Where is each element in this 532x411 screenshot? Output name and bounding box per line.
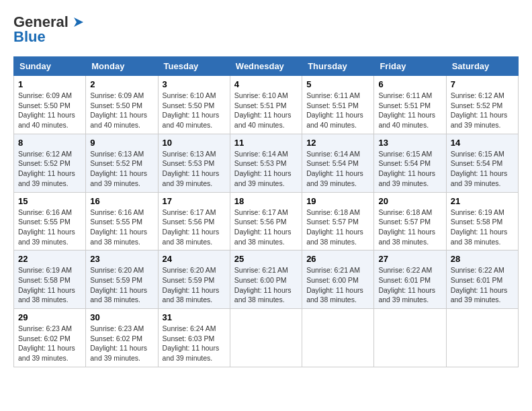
logo: General Blue <box>13 13 86 46</box>
calendar-cell <box>302 309 374 367</box>
day-info: Sunrise: 6:17 AMSunset: 5:56 PMDaylight:… <box>234 208 292 246</box>
day-info: Sunrise: 6:21 AMSunset: 6:00 PMDaylight:… <box>234 266 292 304</box>
day-number: 8 <box>18 138 81 148</box>
day-number: 23 <box>90 254 153 264</box>
day-number: 18 <box>234 196 298 206</box>
page-header: General Blue <box>13 13 519 46</box>
day-number: 20 <box>378 196 441 206</box>
day-info: Sunrise: 6:18 AMSunset: 5:57 PMDaylight:… <box>306 208 363 246</box>
calendar-cell: 9 Sunrise: 6:13 AMSunset: 5:52 PMDayligh… <box>86 134 158 192</box>
day-number: 25 <box>234 254 298 264</box>
day-number: 11 <box>234 138 298 148</box>
day-info: Sunrise: 6:20 AMSunset: 5:59 PMDaylight:… <box>90 266 147 304</box>
calendar-cell: 30 Sunrise: 6:23 AMSunset: 6:02 PMDaylig… <box>86 309 158 367</box>
weekday-header-sunday: Sunday <box>14 57 86 76</box>
day-info: Sunrise: 6:14 AMSunset: 5:53 PMDaylight:… <box>234 150 292 187</box>
day-info: Sunrise: 6:23 AMSunset: 6:02 PMDaylight:… <box>90 324 147 362</box>
calendar-cell: 12 Sunrise: 6:14 AMSunset: 5:54 PMDaylig… <box>302 134 374 192</box>
weekday-header-tuesday: Tuesday <box>158 57 230 76</box>
calendar-week-1: 1 Sunrise: 6:09 AMSunset: 5:50 PMDayligh… <box>14 76 519 134</box>
day-info: Sunrise: 6:12 AMSunset: 5:52 PMDaylight:… <box>18 150 75 187</box>
day-info: Sunrise: 6:11 AMSunset: 5:51 PMDaylight:… <box>378 91 435 129</box>
calendar-cell: 4 Sunrise: 6:10 AMSunset: 5:51 PMDayligh… <box>230 76 302 134</box>
calendar-cell: 19 Sunrise: 6:18 AMSunset: 5:57 PMDaylig… <box>302 192 374 250</box>
day-number: 17 <box>163 196 226 206</box>
calendar-cell: 28 Sunrise: 6:22 AMSunset: 6:01 PMDaylig… <box>446 250 518 309</box>
day-number: 12 <box>306 138 369 148</box>
calendar-cell: 1 Sunrise: 6:09 AMSunset: 5:50 PMDayligh… <box>14 76 86 134</box>
day-number: 10 <box>163 138 226 148</box>
calendar-cell: 13 Sunrise: 6:15 AMSunset: 5:54 PMDaylig… <box>374 134 446 192</box>
calendar-cell: 6 Sunrise: 6:11 AMSunset: 5:51 PMDayligh… <box>374 76 446 134</box>
day-info: Sunrise: 6:21 AMSunset: 6:00 PMDaylight:… <box>306 266 363 304</box>
day-number: 31 <box>163 312 226 322</box>
day-info: Sunrise: 6:09 AMSunset: 5:50 PMDaylight:… <box>90 91 147 129</box>
day-info: Sunrise: 6:23 AMSunset: 6:02 PMDaylight:… <box>18 324 75 362</box>
day-info: Sunrise: 6:15 AMSunset: 5:54 PMDaylight:… <box>451 150 508 187</box>
calendar-cell <box>230 309 302 367</box>
day-info: Sunrise: 6:10 AMSunset: 5:51 PMDaylight:… <box>234 91 292 129</box>
calendar-cell: 10 Sunrise: 6:13 AMSunset: 5:53 PMDaylig… <box>158 134 230 192</box>
calendar-cell: 8 Sunrise: 6:12 AMSunset: 5:52 PMDayligh… <box>14 134 86 192</box>
calendar-cell <box>446 309 518 367</box>
day-number: 22 <box>18 254 81 264</box>
day-info: Sunrise: 6:19 AMSunset: 5:58 PMDaylight:… <box>451 208 508 246</box>
day-info: Sunrise: 6:22 AMSunset: 6:01 PMDaylight:… <box>451 266 508 304</box>
calendar-cell: 27 Sunrise: 6:22 AMSunset: 6:01 PMDaylig… <box>374 250 446 309</box>
weekday-header-wednesday: Wednesday <box>230 57 302 76</box>
calendar-table: SundayMondayTuesdayWednesdayThursdayFrid… <box>13 56 519 367</box>
day-info: Sunrise: 6:13 AMSunset: 5:52 PMDaylight:… <box>90 150 147 187</box>
day-info: Sunrise: 6:12 AMSunset: 5:52 PMDaylight:… <box>451 91 508 129</box>
calendar-week-2: 8 Sunrise: 6:12 AMSunset: 5:52 PMDayligh… <box>14 134 519 192</box>
day-number: 16 <box>90 196 153 206</box>
weekday-header-saturday: Saturday <box>446 57 518 76</box>
calendar-cell: 7 Sunrise: 6:12 AMSunset: 5:52 PMDayligh… <box>446 76 518 134</box>
calendar-cell: 17 Sunrise: 6:17 AMSunset: 5:56 PMDaylig… <box>158 192 230 250</box>
calendar-cell: 16 Sunrise: 6:16 AMSunset: 5:55 PMDaylig… <box>86 192 158 250</box>
calendar-cell: 23 Sunrise: 6:20 AMSunset: 5:59 PMDaylig… <box>86 250 158 309</box>
calendar-cell: 24 Sunrise: 6:20 AMSunset: 5:59 PMDaylig… <box>158 250 230 309</box>
weekday-header-thursday: Thursday <box>302 57 374 76</box>
day-info: Sunrise: 6:16 AMSunset: 5:55 PMDaylight:… <box>90 208 147 246</box>
weekday-header-friday: Friday <box>374 57 446 76</box>
day-info: Sunrise: 6:17 AMSunset: 5:56 PMDaylight:… <box>163 208 220 246</box>
day-number: 27 <box>378 254 441 264</box>
day-info: Sunrise: 6:11 AMSunset: 5:51 PMDaylight:… <box>306 91 363 129</box>
day-info: Sunrise: 6:20 AMSunset: 5:59 PMDaylight:… <box>163 266 220 304</box>
day-info: Sunrise: 6:24 AMSunset: 6:03 PMDaylight:… <box>163 324 220 362</box>
day-info: Sunrise: 6:10 AMSunset: 5:50 PMDaylight:… <box>163 91 220 129</box>
svg-marker-0 <box>74 17 83 27</box>
calendar-cell: 22 Sunrise: 6:19 AMSunset: 5:58 PMDaylig… <box>14 250 86 309</box>
day-info: Sunrise: 6:14 AMSunset: 5:54 PMDaylight:… <box>306 150 363 187</box>
calendar-cell <box>374 309 446 367</box>
calendar-cell: 14 Sunrise: 6:15 AMSunset: 5:54 PMDaylig… <box>446 134 518 192</box>
day-number: 9 <box>90 138 153 148</box>
calendar-cell: 26 Sunrise: 6:21 AMSunset: 6:00 PMDaylig… <box>302 250 374 309</box>
day-number: 19 <box>306 196 369 206</box>
day-number: 24 <box>163 254 226 264</box>
day-number: 26 <box>306 254 369 264</box>
day-number: 4 <box>234 79 298 89</box>
calendar-cell: 15 Sunrise: 6:16 AMSunset: 5:55 PMDaylig… <box>14 192 86 250</box>
day-number: 7 <box>451 79 514 89</box>
logo-blue: Blue <box>13 28 46 46</box>
day-number: 30 <box>90 312 153 322</box>
logo-arrow-icon <box>71 15 86 30</box>
day-number: 5 <box>306 79 369 89</box>
calendar-cell: 2 Sunrise: 6:09 AMSunset: 5:50 PMDayligh… <box>86 76 158 134</box>
day-number: 14 <box>451 138 514 148</box>
calendar-week-5: 29 Sunrise: 6:23 AMSunset: 6:02 PMDaylig… <box>14 309 519 367</box>
day-info: Sunrise: 6:18 AMSunset: 5:57 PMDaylight:… <box>378 208 435 246</box>
calendar-cell: 25 Sunrise: 6:21 AMSunset: 6:00 PMDaylig… <box>230 250 302 309</box>
day-number: 3 <box>163 79 226 89</box>
calendar-cell: 3 Sunrise: 6:10 AMSunset: 5:50 PMDayligh… <box>158 76 230 134</box>
day-number: 21 <box>451 196 514 206</box>
calendar-cell: 31 Sunrise: 6:24 AMSunset: 6:03 PMDaylig… <box>158 309 230 367</box>
weekday-header-monday: Monday <box>86 57 158 76</box>
day-number: 6 <box>378 79 441 89</box>
calendar-cell: 21 Sunrise: 6:19 AMSunset: 5:58 PMDaylig… <box>446 192 518 250</box>
day-number: 29 <box>18 312 81 322</box>
calendar-cell: 11 Sunrise: 6:14 AMSunset: 5:53 PMDaylig… <box>230 134 302 192</box>
calendar-week-3: 15 Sunrise: 6:16 AMSunset: 5:55 PMDaylig… <box>14 192 519 250</box>
day-number: 28 <box>451 254 514 264</box>
